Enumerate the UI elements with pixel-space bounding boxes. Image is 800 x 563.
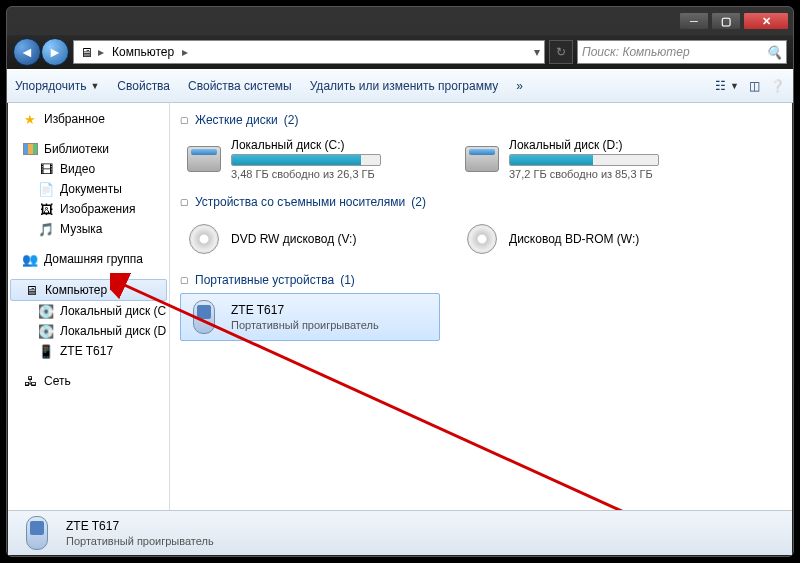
sidebar-computer[interactable]: 🖥Компьютер xyxy=(10,279,167,301)
bd-icon xyxy=(463,220,501,258)
sidebar-homegroup[interactable]: 👥Домашняя группа xyxy=(8,249,169,269)
sidebar-libraries[interactable]: Библиотеки xyxy=(8,139,169,159)
nav-bar: ◄ ► 🖥 ▸ Компьютер ▸ ▾ ↻ Поиск: Компьютер… xyxy=(7,35,793,69)
status-name: ZTE T617 xyxy=(66,519,214,533)
details-pane: ZTE T617 Портативный проигрыватель xyxy=(8,510,792,555)
sidebar-item-music[interactable]: 🎵Музыка xyxy=(8,219,169,239)
search-icon: 🔍 xyxy=(766,44,782,60)
refresh-button[interactable]: ↻ xyxy=(549,40,573,64)
toolbar-overflow[interactable]: » xyxy=(516,79,523,93)
sidebar-item-documents[interactable]: 📄Документы xyxy=(8,179,169,199)
sidebar-favorites[interactable]: ★Избранное xyxy=(8,109,169,129)
dvd-icon xyxy=(185,220,223,258)
titlebar[interactable]: ─ ▢ ✕ xyxy=(7,7,793,35)
homegroup-icon: 👥 xyxy=(22,251,38,267)
properties-button[interactable]: Свойства xyxy=(117,79,170,93)
help-button[interactable]: ❔ xyxy=(770,79,785,93)
drive-d[interactable]: Локальный диск (D:) 37,2 ГБ свободно из … xyxy=(458,133,718,185)
window-frame: ─ ▢ ✕ ◄ ► 🖥 ▸ Компьютер ▸ ▾ ↻ Поиск: Ком… xyxy=(6,6,794,557)
hdd-icon xyxy=(185,140,223,178)
sidebar-item-drive-d[interactable]: 💽Локальный диск (D xyxy=(8,321,169,341)
usage-bar xyxy=(231,154,381,166)
system-properties-button[interactable]: Свойства системы xyxy=(188,79,292,93)
view-options-button[interactable]: ☷ ▼ xyxy=(715,79,739,93)
libraries-icon xyxy=(22,141,38,157)
drive-v[interactable]: DVD RW дисковод (V:) xyxy=(180,215,440,263)
search-input[interactable]: Поиск: Компьютер 🔍 xyxy=(577,40,787,64)
phone-icon xyxy=(185,298,223,336)
status-sub: Портативный проигрыватель xyxy=(66,535,214,547)
pictures-icon: 🖼 xyxy=(38,201,54,217)
device-zte[interactable]: ZTE T617 Портативный проигрыватель xyxy=(180,293,440,341)
uninstall-button[interactable]: Удалить или изменить программу xyxy=(310,79,499,93)
toolbar: Упорядочить ▼ Свойства Свойства системы … xyxy=(7,69,793,103)
usage-bar xyxy=(509,154,659,166)
collapse-icon: ▢ xyxy=(180,197,189,207)
section-portable[interactable]: ▢Портативные устройства (1) xyxy=(180,273,782,287)
phone-icon: 📱 xyxy=(38,343,54,359)
hdd-icon: 💽 xyxy=(38,303,54,319)
hdd-icon xyxy=(463,140,501,178)
document-icon: 📄 xyxy=(38,181,54,197)
computer-icon: 🖥 xyxy=(23,282,39,298)
chevron-right-icon[interactable]: ▸ xyxy=(182,45,188,59)
search-placeholder: Поиск: Компьютер xyxy=(582,45,690,59)
breadcrumb-item[interactable]: Компьютер xyxy=(108,45,178,59)
sidebar-item-drive-c[interactable]: 💽Локальный диск (C xyxy=(8,301,169,321)
hdd-icon: 💽 xyxy=(38,323,54,339)
computer-icon: 🖥 xyxy=(78,44,94,60)
address-bar[interactable]: 🖥 ▸ Компьютер ▸ ▾ xyxy=(73,40,545,64)
sidebar-item-zte[interactable]: 📱ZTE T617 xyxy=(8,341,169,361)
close-button[interactable]: ✕ xyxy=(743,12,789,30)
minimize-button[interactable]: ─ xyxy=(679,12,709,30)
phone-icon xyxy=(18,514,56,552)
navigation-pane: ★Избранное Библиотеки 🎞Видео 📄Документы … xyxy=(8,103,170,510)
chevron-down-icon[interactable]: ▾ xyxy=(534,45,540,59)
content-pane: ▢Жесткие диски (2) Локальный диск (C:) 3… xyxy=(170,103,792,510)
section-removable[interactable]: ▢Устройства со съемными носителями (2) xyxy=(180,195,782,209)
sidebar-network[interactable]: 🖧Сеть xyxy=(8,371,169,391)
drive-w[interactable]: Дисковод BD-ROM (W:) xyxy=(458,215,718,263)
music-icon: 🎵 xyxy=(38,221,54,237)
video-icon: 🎞 xyxy=(38,161,54,177)
forward-button[interactable]: ► xyxy=(41,38,69,66)
section-hard-drives[interactable]: ▢Жесткие диски (2) xyxy=(180,113,782,127)
maximize-button[interactable]: ▢ xyxy=(711,12,741,30)
network-icon: 🖧 xyxy=(22,373,38,389)
sidebar-item-pictures[interactable]: 🖼Изображения xyxy=(8,199,169,219)
organize-menu[interactable]: Упорядочить ▼ xyxy=(15,79,99,93)
collapse-icon: ▢ xyxy=(180,115,189,125)
back-button[interactable]: ◄ xyxy=(13,38,41,66)
collapse-icon: ▢ xyxy=(180,275,189,285)
sidebar-item-video[interactable]: 🎞Видео xyxy=(8,159,169,179)
chevron-down-icon: ▼ xyxy=(90,81,99,91)
star-icon: ★ xyxy=(22,111,38,127)
drive-c[interactable]: Локальный диск (C:) 3,48 ГБ свободно из … xyxy=(180,133,440,185)
chevron-right-icon[interactable]: ▸ xyxy=(98,45,104,59)
preview-pane-button[interactable]: ◫ xyxy=(749,79,760,93)
